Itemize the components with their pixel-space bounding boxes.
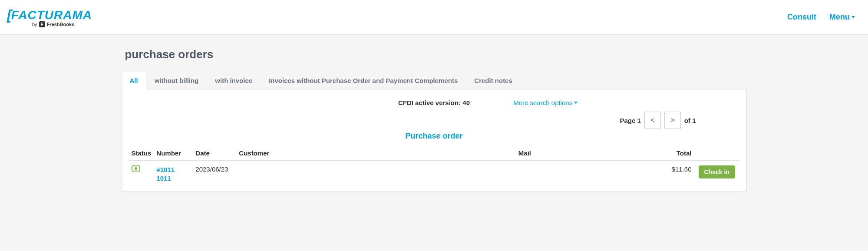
header: [ FACTURAMA by F FreshBooks Consult Menu — [0, 0, 868, 35]
nav-menu[interactable]: Menu — [829, 13, 855, 22]
pager-next-button[interactable]: > — [664, 112, 681, 129]
nav-links: Consult Menu — [787, 13, 855, 22]
cell-date: 2023/06/23 — [193, 161, 236, 187]
check-in-button[interactable]: Check in — [699, 165, 735, 178]
chevron-down-icon — [574, 102, 578, 104]
nav-consult[interactable]: Consult — [787, 13, 816, 22]
page-title: purchase orders — [125, 48, 747, 61]
main-container: purchase orders All without billing with… — [122, 35, 747, 192]
money-icon — [132, 165, 140, 172]
logo-sub: by F FreshBooks — [32, 21, 74, 27]
tab-all[interactable]: All — [122, 72, 146, 89]
nav-menu-label: Menu — [829, 13, 850, 22]
cell-number: #1011 1011 — [154, 161, 193, 187]
cell-status — [129, 161, 154, 187]
table-row: #1011 1011 2023/06/23 $11.60 Check in — [129, 161, 739, 187]
tab-invoices-no-po[interactable]: Invoices without Purchase Order and Paym… — [261, 72, 466, 89]
logo-subbrand: FreshBooks — [47, 22, 75, 27]
logo[interactable]: [ FACTURAMA by F FreshBooks — [7, 7, 92, 27]
nav-consult-label: Consult — [787, 13, 816, 22]
orders-table: Status Number Date Customer Mail Total — [129, 146, 739, 187]
tabs: All without billing with invoice Invoice… — [122, 72, 747, 89]
col-number: Number — [154, 146, 193, 161]
tab-credit-notes[interactable]: Credit notes — [466, 72, 521, 89]
freshbooks-icon: F — [39, 21, 45, 27]
tab-without-billing[interactable]: without billing — [146, 72, 207, 89]
col-status: Status — [129, 146, 154, 161]
table-title: Purchase order — [129, 132, 739, 141]
cfdi-version-label: CFDI active version: 40 — [398, 99, 470, 106]
col-mail: Mail — [393, 146, 657, 161]
cell-total: $11.60 — [657, 161, 696, 187]
info-row: CFDI active version: 40 More search opti… — [129, 99, 739, 106]
panel: CFDI active version: 40 More search opti… — [122, 89, 747, 192]
col-date: Date — [193, 146, 236, 161]
more-search-options-label: More search options — [513, 99, 572, 106]
table-header-row: Status Number Date Customer Mail Total — [129, 146, 739, 161]
logo-text: FACTURAMA — [11, 8, 92, 22]
logo-main: [ FACTURAMA — [7, 7, 92, 23]
order-number-link[interactable]: #1011 1011 — [156, 165, 190, 182]
col-customer: Customer — [236, 146, 393, 161]
pager: Page 1 < > of 1 — [129, 112, 696, 129]
page-total-label: of 1 — [684, 117, 696, 124]
tab-with-invoice[interactable]: with invoice — [207, 72, 261, 89]
cell-customer — [236, 161, 393, 187]
col-total: Total — [657, 146, 696, 161]
chevron-down-icon — [851, 16, 855, 18]
cell-mail — [393, 161, 657, 187]
pager-prev-button[interactable]: < — [644, 112, 661, 129]
cell-action: Check in — [696, 161, 739, 187]
col-action — [696, 146, 739, 161]
page-label: Page 1 — [620, 117, 640, 124]
more-search-options[interactable]: More search options — [513, 99, 578, 106]
logo-by: by — [32, 22, 37, 27]
